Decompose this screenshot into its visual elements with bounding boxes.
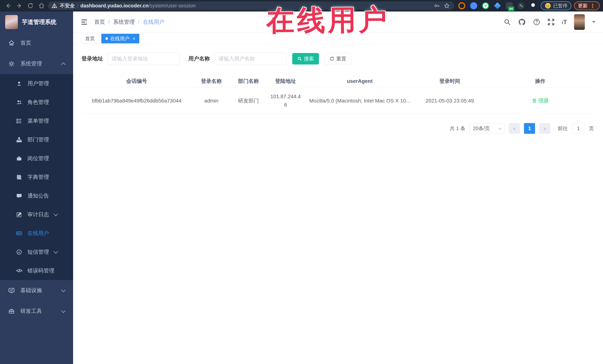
reset-button[interactable]: 重置 [325,53,351,65]
sidebar-item-label: 研发工具 [20,308,56,315]
close-tab-icon[interactable]: × [132,36,135,42]
extension-diamond-icon[interactable] [494,2,501,9]
edit-log-icon [16,212,22,218]
password-key-icon[interactable] [433,1,441,10]
tab-online-users[interactable]: 在线用户 × [101,34,139,43]
cell-session-id: bfbb1ab79ba849e49fb26ddb56a73044 [81,98,192,104]
trash-icon [532,98,537,103]
page-1-button[interactable]: 1 [524,123,535,134]
home-icon [8,40,15,46]
github-icon[interactable] [518,18,526,26]
username-label: 用户名称 [188,55,210,62]
sidebar-item-menus[interactable]: 菜单管理 [0,111,73,130]
prev-page-button[interactable]: ‹ [509,123,520,134]
avatar[interactable] [574,14,585,30]
extension-ubuntu-icon[interactable] [458,2,465,9]
cell-dept: 研发部门 [231,97,266,104]
search-icon[interactable] [504,18,511,26]
paused-label: 已暂停 [553,3,568,9]
table-row: bfbb1ab79ba849e49fb26ddb56a73044 admin 研… [81,88,595,114]
extensions-puzzle-icon[interactable] [530,2,537,9]
browser-menu-icon[interactable]: ⋮ [590,3,596,9]
briefcase-icon [16,155,22,161]
toolbox-icon [8,308,15,314]
goto-label: 前往 [558,125,568,132]
goto-page-input[interactable] [572,123,585,134]
font-size-icon[interactable]: tT [562,18,567,26]
cell-actions: 强退 [485,97,595,104]
pagination: 共 1 条 20条/页 ‹ 1 › 前往 页 [81,123,595,134]
username-input[interactable] [214,53,287,65]
sidebar-item-roles[interactable]: 角色管理 [0,93,73,111]
profile-paused-badge[interactable]: 已暂停 [541,1,571,10]
home-browser-icon[interactable] [37,1,46,10]
check-circle-icon [16,249,22,255]
login-address-label: 登录地址 [81,55,103,62]
url-path: /system/user-session [149,3,196,9]
annotation-online-users: 在线用户 [266,1,390,40]
bookmark-star-icon[interactable] [443,1,451,10]
tab-home[interactable]: 首页 [81,34,99,43]
warning-icon [52,3,57,9]
extension-pin-icon[interactable] [470,2,477,9]
breadcrumb: 首页 / 系统管理 / 在线用户 [94,18,164,26]
url-text[interactable]: dashboard.yudao.iocoder.cn/system/user-s… [80,3,196,9]
breadcrumb-system[interactable]: 系统管理 [113,18,135,26]
search-button[interactable]: 搜索 [292,53,319,65]
chevron-down-icon [498,126,501,130]
chevron-down-icon [53,249,58,254]
sidebar-item-home[interactable]: 首页 [0,33,73,53]
user-icon [16,81,22,87]
avatar-caret-icon[interactable] [592,21,596,23]
sidebar-item-sms[interactable]: 短信管理 [0,243,73,261]
extensions-strip: V en [456,2,539,9]
sidebar-item-infrastructure[interactable]: 基础设施 [0,280,73,301]
sidebar-item-posts[interactable]: 岗位管理 [0,149,73,168]
cell-username: admin [192,98,231,104]
breadcrumb-home[interactable]: 首页 [94,18,105,26]
users-icon [16,99,22,105]
sidebar-item-users[interactable]: 用户管理 [0,74,73,93]
search-icon [297,56,302,61]
smiley-avatar-icon [545,2,551,9]
cell-ip: 101.87.244.46 [266,92,305,109]
login-address-input[interactable] [107,53,180,65]
chevron-down-icon [53,212,58,216]
cell-login-time: 2021-05-03 23:05:49 [415,98,485,104]
logo[interactable]: 芋道管理系统 [0,11,73,33]
force-logout-button[interactable]: 强退 [532,97,549,104]
reload-icon[interactable] [26,1,35,10]
breadcrumb-current: 在线用户 [143,18,164,26]
address-divider [77,3,78,8]
next-page-button[interactable]: › [539,123,550,134]
extension-v-icon[interactable]: V [482,2,489,9]
extension-key-icon[interactable] [518,2,525,9]
sidebar-item-departments[interactable]: 部门管理 [0,130,73,149]
sidebar-item-dictionary[interactable]: 字典管理 [0,168,73,187]
sidebar-item-devtools[interactable]: 研发工具 [0,301,73,321]
sidebar-item-audit-log[interactable]: 审计日志 [0,205,73,224]
col-dept: 部门名称 [231,78,266,85]
sidebar-item-system[interactable]: 系统管理 [0,53,73,74]
sidebar-item-label: 系统管理 [20,60,56,67]
collapse-sidebar-icon[interactable] [81,18,88,26]
forward-icon[interactable] [14,1,24,10]
logo-image [5,15,18,29]
app-title: 芋道管理系统 [22,18,56,26]
not-secure-label[interactable]: 不安全 [60,2,75,9]
code-icon: </> [16,268,22,274]
sidebar-item-label: 首页 [20,39,65,47]
sidebar-item-error-codes[interactable]: </> 错误码管理 [0,261,73,280]
back-icon[interactable] [3,1,13,10]
fullscreen-icon[interactable] [547,18,555,26]
page-size-select[interactable]: 20条/页 [469,123,505,134]
sidebar-item-notices[interactable]: 通知公告 [0,187,73,205]
update-button[interactable]: 更新 ⋮ [574,1,600,10]
extension-translate-icon[interactable]: en [506,2,513,9]
org-tree-icon [16,137,22,143]
sidebar-item-online-users[interactable]: 在线用户 [0,224,73,243]
col-username: 登录名称 [192,78,231,85]
help-icon[interactable] [533,18,540,26]
address-bar[interactable]: 不安全 dashboard.yudao.iocoder.cn/system/us… [48,1,454,10]
chevron-down-icon [61,309,66,313]
